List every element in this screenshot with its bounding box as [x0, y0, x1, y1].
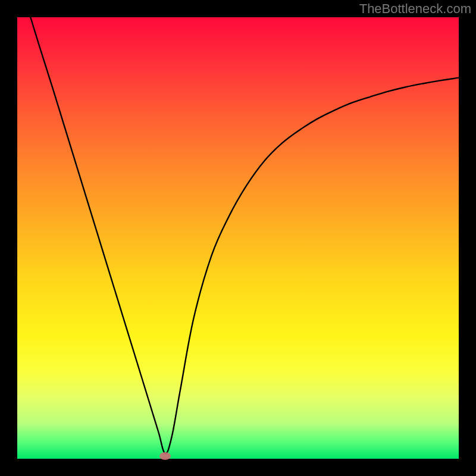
minimum-marker — [159, 452, 171, 460]
watermark-text: TheBottleneck.com — [359, 1, 471, 17]
plot-area — [17, 17, 459, 459]
bottleneck-curve — [30, 17, 459, 453]
chart-svg — [17, 17, 459, 459]
